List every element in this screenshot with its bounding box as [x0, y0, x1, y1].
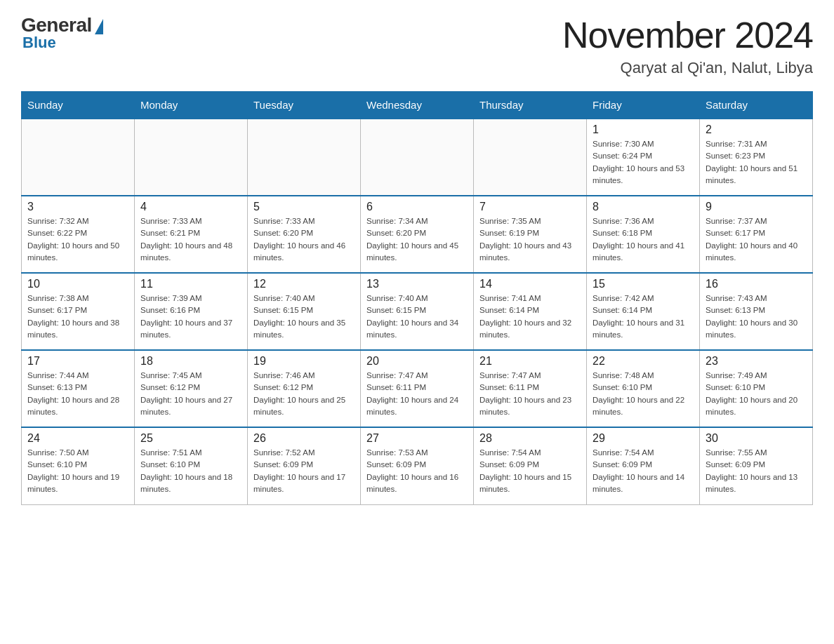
header-friday: Friday [587, 92, 700, 119]
day-number: 18 [140, 355, 241, 368]
calendar-cell: 14Sunrise: 7:41 AMSunset: 6:14 PMDayligh… [474, 273, 587, 350]
calendar-cell [135, 119, 248, 196]
header-wednesday: Wednesday [361, 92, 474, 119]
day-info: Sunrise: 7:39 AMSunset: 6:16 PMDaylight:… [140, 293, 241, 341]
day-number: 27 [366, 432, 468, 445]
day-info: Sunrise: 7:53 AMSunset: 6:09 PMDaylight:… [366, 447, 468, 495]
day-info: Sunrise: 7:47 AMSunset: 6:11 PMDaylight:… [479, 370, 581, 418]
day-number: 6 [366, 201, 468, 213]
day-number: 21 [479, 355, 581, 368]
calendar-cell: 22Sunrise: 7:48 AMSunset: 6:10 PMDayligh… [587, 350, 700, 427]
calendar-cell: 20Sunrise: 7:47 AMSunset: 6:11 PMDayligh… [361, 350, 474, 427]
calendar-cell [248, 119, 361, 196]
header-sunday: Sunday [22, 92, 135, 119]
day-number: 1 [593, 123, 694, 136]
calendar-cell: 10Sunrise: 7:38 AMSunset: 6:17 PMDayligh… [22, 273, 135, 350]
day-info: Sunrise: 7:40 AMSunset: 6:15 PMDaylight:… [253, 293, 355, 341]
calendar-cell: 9Sunrise: 7:37 AMSunset: 6:17 PMDaylight… [700, 196, 813, 273]
calendar-cell: 2Sunrise: 7:31 AMSunset: 6:23 PMDaylight… [700, 119, 813, 196]
day-number: 3 [27, 201, 128, 213]
day-number: 19 [253, 355, 355, 368]
calendar-cell: 30Sunrise: 7:55 AMSunset: 6:09 PMDayligh… [700, 427, 813, 504]
calendar-cell: 24Sunrise: 7:50 AMSunset: 6:10 PMDayligh… [22, 427, 135, 504]
day-info: Sunrise: 7:33 AMSunset: 6:20 PMDaylight:… [253, 215, 355, 264]
day-number: 28 [479, 432, 581, 445]
day-info: Sunrise: 7:40 AMSunset: 6:15 PMDaylight:… [366, 293, 468, 341]
logo-blue-text: Blue [22, 34, 56, 52]
calendar-cell: 18Sunrise: 7:45 AMSunset: 6:12 PMDayligh… [135, 350, 248, 427]
day-info: Sunrise: 7:42 AMSunset: 6:14 PMDaylight:… [593, 293, 694, 341]
day-info: Sunrise: 7:48 AMSunset: 6:10 PMDaylight:… [593, 370, 694, 418]
calendar-cell: 5Sunrise: 7:33 AMSunset: 6:20 PMDaylight… [248, 196, 361, 273]
calendar-cell: 8Sunrise: 7:36 AMSunset: 6:18 PMDaylight… [587, 196, 700, 273]
calendar-cell: 12Sunrise: 7:40 AMSunset: 6:15 PMDayligh… [248, 273, 361, 350]
day-info: Sunrise: 7:41 AMSunset: 6:14 PMDaylight:… [479, 293, 581, 341]
day-number: 22 [593, 355, 694, 368]
calendar-cell: 19Sunrise: 7:46 AMSunset: 6:12 PMDayligh… [248, 350, 361, 427]
day-number: 23 [706, 355, 807, 368]
day-info: Sunrise: 7:46 AMSunset: 6:12 PMDaylight:… [253, 370, 355, 418]
calendar-cell [361, 119, 474, 196]
weekday-header-row: Sunday Monday Tuesday Wednesday Thursday… [22, 92, 813, 119]
day-info: Sunrise: 7:33 AMSunset: 6:21 PMDaylight:… [140, 215, 241, 264]
day-number: 14 [479, 278, 581, 290]
header-thursday: Thursday [474, 92, 587, 119]
header-tuesday: Tuesday [248, 92, 361, 119]
day-info: Sunrise: 7:51 AMSunset: 6:10 PMDaylight:… [140, 447, 241, 495]
day-info: Sunrise: 7:34 AMSunset: 6:20 PMDaylight:… [366, 215, 468, 264]
calendar-cell: 28Sunrise: 7:54 AMSunset: 6:09 PMDayligh… [474, 427, 587, 504]
logo: General Blue [21, 14, 103, 52]
calendar-cell [474, 119, 587, 196]
day-info: Sunrise: 7:31 AMSunset: 6:23 PMDaylight:… [706, 138, 807, 187]
day-info: Sunrise: 7:35 AMSunset: 6:19 PMDaylight:… [479, 215, 581, 264]
day-info: Sunrise: 7:36 AMSunset: 6:18 PMDaylight:… [593, 215, 694, 264]
week-row-2: 3Sunrise: 7:32 AMSunset: 6:22 PMDaylight… [22, 196, 813, 273]
week-row-5: 24Sunrise: 7:50 AMSunset: 6:10 PMDayligh… [22, 427, 813, 504]
day-info: Sunrise: 7:50 AMSunset: 6:10 PMDaylight:… [27, 447, 128, 495]
calendar-cell: 13Sunrise: 7:40 AMSunset: 6:15 PMDayligh… [361, 273, 474, 350]
day-number: 29 [593, 432, 694, 445]
calendar-cell: 15Sunrise: 7:42 AMSunset: 6:14 PMDayligh… [587, 273, 700, 350]
header-monday: Monday [135, 92, 248, 119]
day-number: 15 [593, 278, 694, 290]
day-info: Sunrise: 7:44 AMSunset: 6:13 PMDaylight:… [27, 370, 128, 418]
day-number: 5 [253, 201, 355, 213]
day-info: Sunrise: 7:45 AMSunset: 6:12 PMDaylight:… [140, 370, 241, 418]
day-number: 16 [706, 278, 807, 290]
page-header: General Blue November 2024 Qaryat al Qi'… [21, 14, 813, 77]
day-info: Sunrise: 7:54 AMSunset: 6:09 PMDaylight:… [479, 447, 581, 495]
day-number: 12 [253, 278, 355, 290]
calendar-cell: 25Sunrise: 7:51 AMSunset: 6:10 PMDayligh… [135, 427, 248, 504]
day-info: Sunrise: 7:54 AMSunset: 6:09 PMDaylight:… [593, 447, 694, 495]
day-info: Sunrise: 7:37 AMSunset: 6:17 PMDaylight:… [706, 215, 807, 264]
day-info: Sunrise: 7:55 AMSunset: 6:09 PMDaylight:… [706, 447, 807, 495]
day-number: 25 [140, 432, 241, 445]
day-info: Sunrise: 7:52 AMSunset: 6:09 PMDaylight:… [253, 447, 355, 495]
week-row-1: 1Sunrise: 7:30 AMSunset: 6:24 PMDaylight… [22, 119, 813, 196]
title-area: November 2024 Qaryat al Qi'an, Nalut, Li… [562, 14, 813, 77]
day-number: 7 [479, 201, 581, 213]
day-number: 24 [27, 432, 128, 445]
calendar-cell: 29Sunrise: 7:54 AMSunset: 6:09 PMDayligh… [587, 427, 700, 504]
day-number: 20 [366, 355, 468, 368]
day-number: 30 [706, 432, 807, 445]
calendar-cell: 17Sunrise: 7:44 AMSunset: 6:13 PMDayligh… [22, 350, 135, 427]
day-info: Sunrise: 7:47 AMSunset: 6:11 PMDaylight:… [366, 370, 468, 418]
day-number: 13 [366, 278, 468, 290]
day-number: 26 [253, 432, 355, 445]
month-title: November 2024 [562, 14, 813, 56]
day-number: 9 [706, 201, 807, 213]
day-info: Sunrise: 7:38 AMSunset: 6:17 PMDaylight:… [27, 293, 128, 341]
calendar-cell: 6Sunrise: 7:34 AMSunset: 6:20 PMDaylight… [361, 196, 474, 273]
calendar-cell: 11Sunrise: 7:39 AMSunset: 6:16 PMDayligh… [135, 273, 248, 350]
logo-triangle-icon [95, 19, 103, 34]
header-saturday: Saturday [700, 92, 813, 119]
location-title: Qaryat al Qi'an, Nalut, Libya [562, 59, 813, 77]
calendar-cell: 26Sunrise: 7:52 AMSunset: 6:09 PMDayligh… [248, 427, 361, 504]
day-number: 11 [140, 278, 241, 290]
calendar-cell: 27Sunrise: 7:53 AMSunset: 6:09 PMDayligh… [361, 427, 474, 504]
day-info: Sunrise: 7:32 AMSunset: 6:22 PMDaylight:… [27, 215, 128, 264]
calendar-cell: 16Sunrise: 7:43 AMSunset: 6:13 PMDayligh… [700, 273, 813, 350]
calendar-cell: 23Sunrise: 7:49 AMSunset: 6:10 PMDayligh… [700, 350, 813, 427]
week-row-4: 17Sunrise: 7:44 AMSunset: 6:13 PMDayligh… [22, 350, 813, 427]
